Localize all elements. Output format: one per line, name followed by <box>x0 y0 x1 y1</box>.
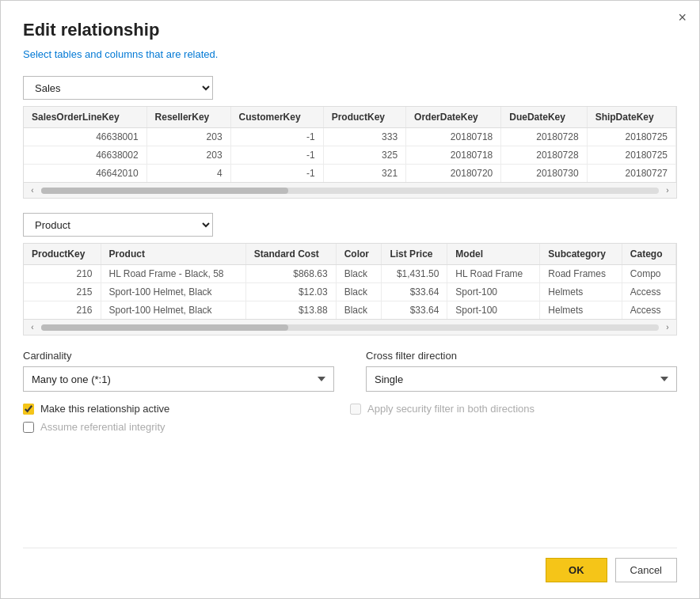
col-listprice: List Price <box>382 244 447 265</box>
table2-scroll-track[interactable] <box>41 324 659 331</box>
table2-scrollbar[interactable]: ‹ › <box>24 319 676 335</box>
options-left: Make this relationship active Assume ref… <box>23 403 350 433</box>
table1: SalesOrderLineKey ResellerKey CustomerKe… <box>24 107 676 182</box>
table1-scrollbar[interactable]: ‹ › <box>24 182 676 198</box>
dialog-subtitle: Select tables and columns that are relat… <box>23 48 677 60</box>
referential-row: Assume referential integrity <box>23 421 350 433</box>
options-right: Apply security filter in both directions <box>350 403 677 433</box>
table-row: 46638002 203 -1 325 20180718 20180728 20… <box>24 146 676 165</box>
table1-scroll-right[interactable]: › <box>660 184 675 198</box>
cardinality-dropdown[interactable]: Many to one (*:1) One to many (1:*) One … <box>23 366 334 392</box>
col-subcategory: Subcategory <box>540 244 622 265</box>
cardinality-col: Cardinality Many to one (*:1) One to man… <box>23 350 334 392</box>
col-resellerkey: ResellerKey <box>146 107 230 128</box>
col-duedatekey: DueDateKey <box>501 107 587 128</box>
referential-label: Assume referential integrity <box>40 421 165 433</box>
table2: ProductKey Product Standard Cost Color L… <box>24 244 676 319</box>
table1-dropdown[interactable]: Sales <box>23 76 213 100</box>
table1-header-row: SalesOrderLineKey ResellerKey CustomerKe… <box>24 107 676 128</box>
col-color: Color <box>336 244 382 265</box>
make-active-label: Make this relationship active <box>40 403 169 415</box>
col-standardcost: Standard Cost <box>245 244 336 265</box>
table2-scroll-right[interactable]: › <box>660 320 675 335</box>
make-active-row: Make this relationship active <box>23 403 350 415</box>
col-category: Catego <box>622 244 675 265</box>
col-shipdatekey: ShipDateKey <box>587 107 675 128</box>
table-row: 216 Sport-100 Helmet, Black $13.88 Black… <box>24 301 676 320</box>
table2-scroll-thumb <box>41 324 288 331</box>
col-orderdatekey: OrderDateKey <box>406 107 501 128</box>
cancel-button[interactable]: Cancel <box>615 558 677 582</box>
table-row: 215 Sport-100 Helmet, Black $12.03 Black… <box>24 283 676 301</box>
crossfilter-dropdown[interactable]: Single Both <box>366 366 677 392</box>
table2-dropdown[interactable]: Product <box>23 213 213 237</box>
table2-wrapper: ProductKey Product Standard Cost Color L… <box>23 243 677 336</box>
security-checkbox[interactable] <box>350 404 361 415</box>
table1-scroll-left[interactable]: ‹ <box>25 184 40 198</box>
security-row: Apply security filter in both directions <box>350 403 677 415</box>
col-model: Model <box>447 244 540 265</box>
make-active-checkbox[interactable] <box>23 404 34 415</box>
table1-section: Sales SalesOrderLineKey ResellerKey Cust… <box>23 76 677 199</box>
table1-scroll-thumb <box>41 188 288 194</box>
table2-header-row: ProductKey Product Standard Cost Color L… <box>24 244 676 265</box>
referential-checkbox[interactable] <box>23 422 34 433</box>
col-salesorderlinekey: SalesOrderLineKey <box>24 107 146 128</box>
dialog-footer: OK Cancel <box>23 548 677 582</box>
table-row: 46642010 4 -1 321 20180720 20180730 2018… <box>24 165 676 183</box>
col-product: Product <box>101 244 245 265</box>
table1-scroll-track[interactable] <box>41 188 659 194</box>
col-productkey: ProductKey <box>323 107 405 128</box>
table2-scroll-left[interactable]: ‹ <box>25 320 40 335</box>
edit-relationship-dialog: × Edit relationship Select tables and co… <box>0 0 700 599</box>
col-customerkey: CustomerKey <box>230 107 323 128</box>
table-row: 46638001 203 -1 333 20180718 20180728 20… <box>24 128 676 146</box>
ok-button[interactable]: OK <box>546 558 607 582</box>
cardinality-label: Cardinality <box>23 350 334 362</box>
close-button[interactable]: × <box>678 10 687 25</box>
table2-section: Product ProductKey Product Standard Cost… <box>23 213 677 336</box>
security-label: Apply security filter in both directions <box>367 403 535 415</box>
dialog-title: Edit relationship <box>23 20 677 40</box>
table1-wrapper: SalesOrderLineKey ResellerKey CustomerKe… <box>23 106 677 199</box>
col-productkey2: ProductKey <box>24 244 101 265</box>
options-section: Make this relationship active Assume ref… <box>23 403 677 433</box>
crossfilter-label: Cross filter direction <box>366 350 677 362</box>
cardinality-crossfilter-section: Cardinality Many to one (*:1) One to man… <box>23 350 677 392</box>
crossfilter-col: Cross filter direction Single Both <box>366 350 677 392</box>
table-row: 210 HL Road Frame - Black, 58 $868.63 Bl… <box>24 265 676 283</box>
